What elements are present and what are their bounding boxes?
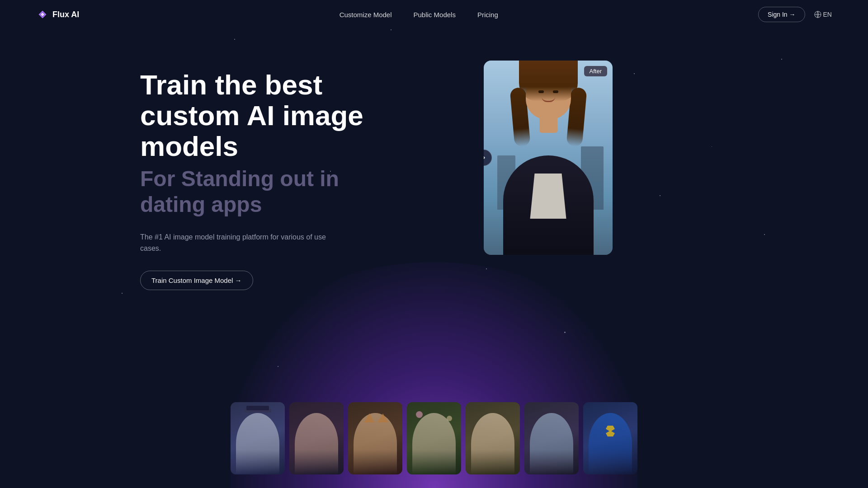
thumbnail-2[interactable]: [289, 402, 344, 474]
thumbnail-1[interactable]: [231, 402, 285, 474]
thumbnail-7[interactable]: [583, 402, 637, 474]
nav-right: Sign In → EN: [758, 7, 832, 22]
hero-image-card: After: [484, 61, 613, 255]
hero-section: Train the best custom AI image models Fo…: [0, 29, 868, 290]
hero-title: Train the best custom AI image models: [140, 70, 448, 162]
hero-left: Train the best custom AI image models Fo…: [140, 56, 448, 290]
hero-description: The #1 AI image model training platform …: [140, 231, 344, 254]
language-selector[interactable]: EN: [814, 11, 832, 18]
nav-customize-model[interactable]: Customize Model: [340, 11, 392, 19]
after-badge: After: [584, 66, 607, 76]
hero-subtitle: For Standing out in dating apps: [140, 166, 448, 218]
sign-in-button[interactable]: Sign In →: [758, 7, 805, 22]
nav-public-models[interactable]: Public Models: [414, 11, 456, 19]
nav-pricing[interactable]: Pricing: [477, 11, 498, 19]
cta-train-button[interactable]: Train Custom Image Model →: [140, 271, 253, 290]
thumbnail-3[interactable]: [348, 402, 402, 474]
thumbnail-5[interactable]: [466, 402, 520, 474]
language-icon: [814, 11, 821, 18]
chevron-right-icon: [484, 155, 487, 161]
logo[interactable]: Flux AI: [36, 8, 79, 21]
navbar: Flux AI Customize Model Public Models Pr…: [0, 0, 868, 29]
thumbnail-strip: [0, 389, 868, 488]
logo-icon: [36, 8, 49, 21]
thumbnail-6[interactable]: [524, 402, 579, 474]
thumbnail-4[interactable]: [407, 402, 461, 474]
hero-image-inner: [484, 61, 613, 255]
nav-links: Customize Model Public Models Pricing: [340, 11, 498, 19]
